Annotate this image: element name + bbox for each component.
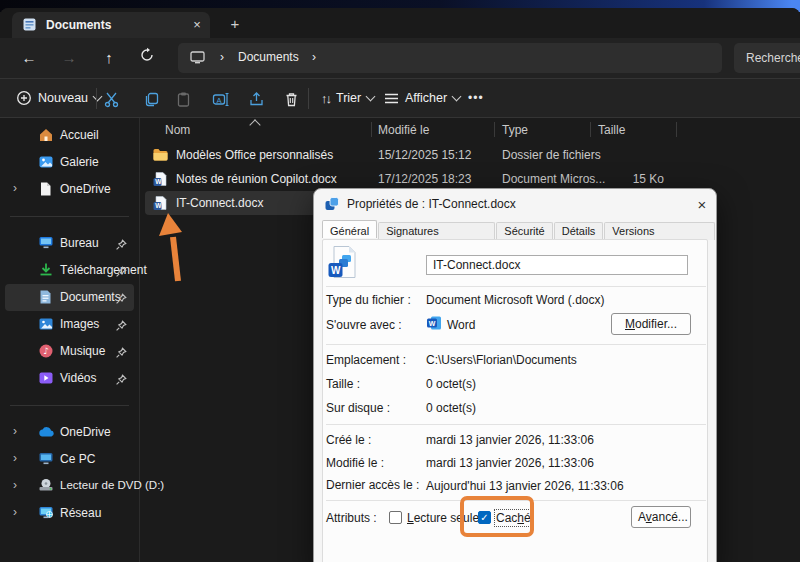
share-icon[interactable] — [243, 86, 269, 112]
open-with-value: Word — [447, 318, 475, 332]
word-file-icon: W — [152, 171, 168, 191]
sidebar-item-onedrive[interactable]: › OneDrive — [5, 419, 134, 446]
pin-icon — [115, 264, 127, 282]
avance-button[interactable]: Avancé... — [631, 506, 691, 528]
new-tab-button[interactable]: + — [224, 13, 246, 35]
sidebar-item-bureau[interactable]: Bureau — [5, 230, 134, 257]
tab-details[interactable]: Détails — [554, 222, 604, 240]
file-row-modeles-office[interactable]: Modèles Office personnalisés 15/12/2025 … — [145, 143, 701, 167]
paste-icon[interactable] — [170, 86, 196, 112]
attributes-label: Attributs : — [326, 511, 377, 525]
sidebar-item-ce-pc[interactable]: › Ce PC — [5, 446, 134, 473]
sidebar-separator — [10, 216, 129, 217]
view-button[interactable]: Afficher — [378, 83, 466, 113]
new-button-label: Nouveau — [38, 91, 88, 105]
pc-icon — [38, 451, 54, 470]
expand-chevron-icon[interactable]: › — [13, 451, 17, 465]
toolbar-divider — [308, 88, 309, 109]
pin-icon — [115, 345, 127, 363]
breadcrumb-documents[interactable]: Documents — [238, 50, 299, 64]
separator — [326, 424, 706, 425]
dvd-drive-icon — [38, 478, 54, 496]
document-icon — [38, 181, 53, 201]
navigation-pane: Accueil Galerie › OneDrive Bureau — [0, 118, 140, 562]
cut-icon[interactable] — [98, 86, 124, 112]
tab-general[interactable]: Général — [322, 220, 377, 238]
modified-value: mardi 13 janvier 2026, 11:33:06 — [426, 456, 594, 470]
size-on-disk-value: 0 octet(s) — [426, 401, 476, 415]
download-icon — [38, 262, 54, 282]
file-modified: 15/12/2025 15:12 — [378, 148, 471, 162]
open-with-label: S'ouvre avec : — [326, 318, 402, 332]
file-size: 15 Ko — [565, 172, 664, 186]
separator — [326, 344, 706, 345]
tab-close-icon[interactable]: × — [188, 16, 206, 34]
column-header-taille[interactable]: Taille — [598, 123, 625, 137]
modifier-button[interactable]: Modifier... — [611, 313, 691, 335]
expand-chevron-icon[interactable]: › — [13, 181, 17, 195]
created-value: mardi 13 janvier 2026, 11:33:06 — [426, 433, 594, 447]
file-type: Dossier de fichiers — [502, 148, 601, 162]
sort-button[interactable]: ↑↓ Trier — [315, 83, 380, 113]
home-icon — [38, 127, 54, 147]
readonly-checkbox[interactable] — [389, 511, 402, 524]
navigation-bar: ← → ↑ › Documents › Rechercher — [0, 38, 800, 78]
dialog-close-icon[interactable]: × — [692, 195, 712, 215]
sidebar-item-videos[interactable]: Vidéos — [5, 365, 134, 392]
tab-versions-precedentes[interactable]: Versions précédentes — [604, 222, 715, 240]
tab-document-icon — [22, 17, 37, 36]
forward-icon[interactable]: → — [56, 46, 82, 70]
sidebar-item-documents[interactable]: Documents — [5, 284, 134, 311]
svg-text:A: A — [217, 95, 222, 104]
address-bar[interactable]: › Documents › — [178, 43, 722, 73]
file-name: Notes de réunion Copilot.docx — [176, 172, 337, 186]
column-header-modifie[interactable]: Modifié le — [378, 123, 429, 137]
column-divider[interactable] — [494, 122, 495, 137]
sidebar-item-accueil[interactable]: Accueil — [5, 122, 134, 149]
sidebar-item-musique[interactable]: ♪ Musique — [5, 338, 134, 365]
explorer-tab-documents[interactable]: Documents × — [12, 12, 210, 38]
new-button[interactable]: Nouveau — [10, 83, 107, 113]
search-placeholder: Rechercher — [746, 51, 800, 65]
refresh-icon[interactable] — [134, 46, 160, 70]
search-input[interactable]: Rechercher — [734, 43, 800, 73]
column-divider[interactable] — [676, 122, 677, 137]
sidebar-item-label: Galerie — [60, 155, 99, 169]
copy-icon[interactable] — [138, 86, 164, 112]
sidebar-item-label: Téléchargement — [60, 263, 147, 277]
annotation-arrow — [150, 205, 200, 295]
sidebar-item-galerie[interactable]: Galerie — [5, 149, 134, 176]
sidebar-item-reseau[interactable]: › Réseau — [5, 500, 134, 527]
sidebar-item-label: Ce PC — [60, 452, 95, 466]
this-pc-icon[interactable] — [190, 51, 205, 67]
back-icon[interactable]: ← — [16, 46, 42, 70]
sort-ascending-icon — [249, 119, 260, 130]
sidebar-item-label: OneDrive — [60, 182, 111, 196]
filename-input[interactable]: IT-Connect.docx — [426, 255, 688, 275]
separator — [326, 286, 706, 287]
column-header-nom[interactable]: Nom — [165, 123, 190, 137]
sidebar-item-label: OneDrive — [60, 425, 111, 439]
sidebar-item-onedrive-top[interactable]: › OneDrive — [5, 176, 134, 203]
location-label: Emplacement : — [326, 353, 406, 367]
column-divider[interactable] — [371, 122, 372, 137]
delete-icon[interactable] — [278, 86, 304, 112]
gallery-icon — [38, 154, 54, 174]
column-divider[interactable] — [590, 122, 591, 137]
sidebar-item-images[interactable]: Images — [5, 311, 134, 338]
chevron-down-icon — [366, 92, 376, 102]
column-header-type[interactable]: Type — [502, 123, 528, 137]
expand-chevron-icon[interactable]: › — [13, 505, 17, 519]
sidebar-item-label: Vidéos — [60, 371, 96, 385]
tab-signatures-numeriques[interactable]: Signatures numériques — [378, 222, 495, 240]
sidebar-item-dvd-drive[interactable]: › Lecteur de DVD (D:) — [5, 473, 134, 500]
up-icon[interactable]: ↑ — [96, 46, 122, 70]
tab-securite[interactable]: Sécurité — [496, 222, 552, 240]
music-icon: ♪ — [38, 343, 54, 363]
expand-chevron-icon[interactable]: › — [13, 424, 17, 438]
rename-icon[interactable]: A — [208, 86, 234, 112]
sidebar-item-telechargement[interactable]: Téléchargement — [5, 257, 134, 284]
more-options-icon[interactable]: ••• — [462, 83, 490, 113]
size-value: 0 octet(s) — [426, 377, 476, 391]
expand-chevron-icon[interactable]: › — [13, 478, 17, 492]
